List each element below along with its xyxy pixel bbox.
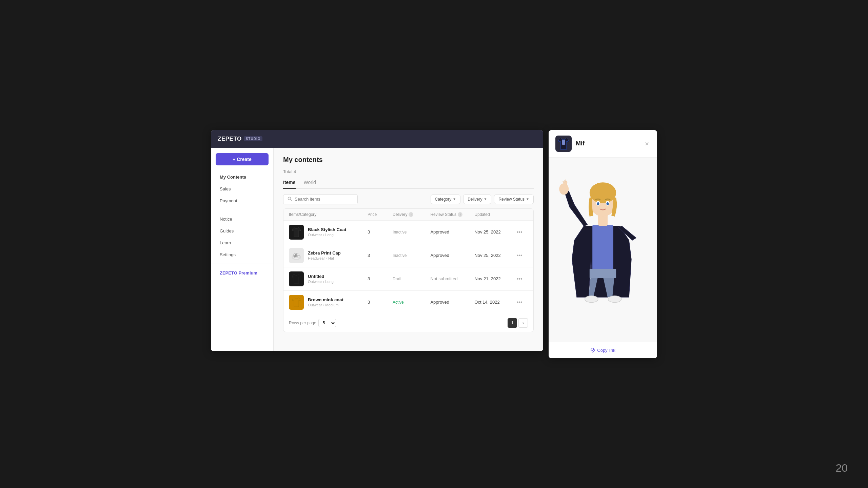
item-thumbnail [289, 225, 304, 240]
rows-per-page-select[interactable]: 5 10 25 [318, 319, 336, 327]
chevron-down-icon: ▼ [453, 197, 456, 201]
item-cell: Black Stylish Coat Outwear › Long [289, 225, 368, 240]
item-price: 3 [368, 253, 393, 258]
item-price: 3 [368, 300, 393, 305]
delivery-filter[interactable]: Delivery ▼ [463, 195, 491, 204]
item-actions: ••• [515, 251, 528, 260]
create-button[interactable]: + Create [216, 153, 269, 165]
item-updated: Oct 14, 2022 [474, 300, 515, 305]
item-name: Untitled [308, 274, 334, 279]
svg-point-9 [296, 253, 297, 254]
copy-link-label: Copy link [597, 348, 615, 353]
page-number: 20 [835, 462, 848, 474]
filter-group: Category ▼ Delivery ▼ Review Status ▼ [431, 195, 534, 204]
th-items-category: Items/Category [289, 212, 368, 217]
item-updated: Nov 25, 2022 [474, 253, 515, 258]
item-delivery: Inactive [393, 229, 430, 235]
preview-thumbnail [555, 136, 572, 152]
preview-panel: Mif × [549, 130, 657, 358]
sidebar: + Create My Contents Sales Payment Notic… [211, 148, 274, 351]
svg-line-23 [592, 349, 593, 351]
svg-point-18 [597, 202, 599, 205]
svg-point-22 [608, 296, 621, 302]
table-row: Untitled Outwear › Long 3 Draft Not subm… [283, 267, 533, 291]
studio-badge: STUDIO [244, 136, 263, 141]
preview-footer: Copy link [549, 342, 657, 358]
item-actions: ••• [515, 228, 528, 237]
close-preview-button[interactable]: × [644, 139, 650, 148]
search-input[interactable] [295, 197, 353, 202]
total-count: Total 4 [283, 169, 534, 174]
th-review-status: Review Status i [430, 212, 474, 217]
search-box [283, 194, 358, 204]
app-window: ZEPETO STUDIO + Create My Contents Sales… [211, 130, 543, 351]
avatar-figure [555, 164, 650, 335]
item-delivery: Inactive [393, 252, 430, 259]
item-info: Zebra Print Cap Headwear › Hat [308, 250, 341, 260]
item-review-status: Not submitted [430, 276, 474, 281]
more-options-button[interactable]: ••• [515, 298, 524, 307]
svg-point-19 [607, 202, 609, 205]
content-area: My contents Total 4 Items World [274, 148, 543, 351]
item-price: 3 [368, 276, 393, 281]
page-controls: 1 › [508, 318, 528, 328]
sidebar-item-learn[interactable]: Learn [213, 237, 271, 248]
item-info: Black Stylish Coat Outwear › Long [308, 227, 346, 237]
svg-line-1 [291, 199, 292, 201]
search-icon [288, 197, 292, 202]
toolbar: Category ▼ Delivery ▼ Review Status ▼ [283, 194, 534, 204]
tab-world[interactable]: World [304, 180, 316, 188]
item-category: Headwear › Hat [308, 256, 341, 260]
page-next-button[interactable]: › [518, 318, 528, 328]
sidebar-item-payment[interactable]: Payment [213, 195, 271, 206]
item-info: Untitled Outwear › Long [308, 274, 334, 284]
svg-rect-10 [562, 140, 565, 145]
svg-point-15 [590, 182, 616, 203]
review-status-filter[interactable]: Review Status ▼ [494, 195, 534, 204]
more-options-button[interactable]: ••• [515, 274, 524, 283]
more-options-button[interactable]: ••• [515, 228, 524, 237]
link-icon [590, 348, 595, 352]
items-table: Items/Category Price Delivery i Review S… [283, 208, 534, 332]
th-updated: Updated [474, 212, 515, 217]
tabs: Items World [283, 180, 534, 189]
item-name: Black Stylish Coat [308, 227, 346, 232]
item-actions: ••• [515, 274, 528, 283]
svg-rect-11 [592, 225, 613, 272]
chevron-down-icon: ▼ [526, 197, 529, 201]
logo-container: ZEPETO STUDIO [218, 136, 262, 142]
review-info-icon: i [458, 212, 462, 217]
nav-divider-2 [211, 264, 273, 264]
tab-items[interactable]: Items [283, 180, 296, 188]
svg-rect-20 [590, 269, 616, 278]
item-actions: ••• [515, 298, 528, 307]
sidebar-item-zepeto-premium[interactable]: ZEPETO Premium [213, 267, 271, 279]
table-row: Brown mink coat Outwear › Medium 3 Activ… [283, 291, 533, 314]
more-options-button[interactable]: ••• [515, 251, 524, 260]
item-cell: Zebra Print Cap Headwear › Hat [289, 248, 368, 263]
category-filter[interactable]: Category ▼ [431, 195, 461, 204]
item-thumbnail [289, 248, 304, 263]
pagination: Rows per page 5 10 25 1 › [283, 314, 533, 332]
sidebar-item-settings[interactable]: Settings [213, 249, 271, 260]
item-info: Brown mink coat Outwear › Medium [308, 297, 343, 307]
svg-line-6 [295, 254, 296, 257]
copy-link-button[interactable]: Copy link [590, 348, 615, 353]
preview-header: Mif × [549, 130, 657, 158]
item-category: Outwear › Long [308, 233, 346, 237]
item-name: Zebra Print Cap [308, 250, 341, 256]
item-delivery: Draft [393, 276, 430, 282]
rows-per-page: Rows per page 5 10 25 [289, 319, 336, 327]
item-review-status: Approved [430, 300, 474, 305]
page-1-button[interactable]: 1 [508, 318, 517, 328]
item-delivery: Active [393, 299, 430, 305]
item-cell: Untitled Outwear › Long [289, 271, 368, 286]
item-price: 3 [368, 229, 393, 235]
sidebar-item-notice[interactable]: Notice [213, 214, 271, 225]
sidebar-item-sales[interactable]: Sales [213, 183, 271, 195]
nav-divider [211, 210, 273, 210]
sidebar-item-my-contents[interactable]: My Contents [213, 171, 271, 183]
th-price: Price [368, 212, 393, 217]
item-thumbnail [289, 295, 304, 310]
sidebar-item-guides[interactable]: Guides [213, 225, 271, 237]
